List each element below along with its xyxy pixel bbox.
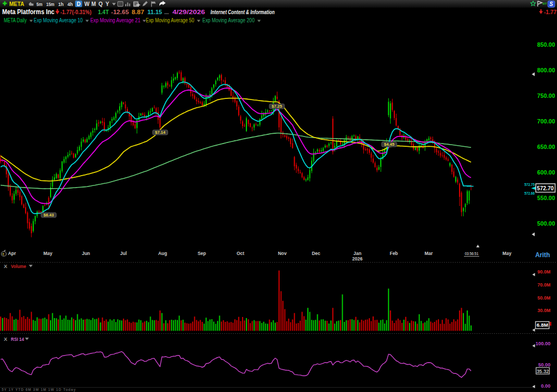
svg-text:May: May bbox=[503, 251, 512, 256]
svg-text:Q: Q bbox=[98, 1, 103, 7]
svg-text:8.87: 8.87 bbox=[132, 9, 145, 15]
svg-text:572.70: 572.70 bbox=[537, 185, 554, 191]
svg-text:70.0M: 70.0M bbox=[537, 282, 550, 288]
svg-text:Dec: Dec bbox=[312, 251, 320, 256]
svg-text:Nov: Nov bbox=[278, 251, 287, 256]
svg-text:Meta Platforms Inc: Meta Platforms Inc bbox=[2, 8, 54, 16]
svg-text:W: W bbox=[84, 1, 90, 7]
svg-text:X: X bbox=[4, 263, 8, 269]
svg-text:RSI 14: RSI 14 bbox=[11, 336, 24, 342]
svg-text:META: META bbox=[9, 1, 24, 7]
svg-text:03:56:51: 03:56:51 bbox=[465, 251, 479, 256]
svg-text:700.00: 700.00 bbox=[537, 119, 555, 125]
svg-text:RT: RT bbox=[543, 2, 547, 5]
svg-text:50.00: 50.00 bbox=[538, 362, 550, 368]
svg-text:1.4T: 1.4T bbox=[98, 9, 109, 15]
svg-text:Exp Moving Average 21: Exp Moving Average 21 bbox=[90, 17, 140, 23]
svg-text:Sep: Sep bbox=[197, 251, 206, 256]
svg-text:$7.14: $7.14 bbox=[155, 130, 166, 135]
svg-text:Jun: Jun bbox=[82, 251, 90, 256]
svg-text:M: M bbox=[91, 1, 96, 7]
svg-text:6.8M: 6.8M bbox=[537, 322, 548, 328]
svg-text:0.00: 0.00 bbox=[541, 383, 550, 389]
svg-text:750.00: 750.00 bbox=[537, 93, 555, 99]
svg-text:4h: 4h bbox=[67, 1, 73, 7]
svg-text:50.0M: 50.0M bbox=[537, 295, 550, 301]
svg-text:30.0M: 30.0M bbox=[537, 308, 550, 313]
svg-text:Exp Moving Average 200: Exp Moving Average 200 bbox=[202, 17, 255, 23]
svg-text:X: X bbox=[4, 336, 8, 342]
svg-text:90.0M: 90.0M bbox=[537, 269, 550, 275]
svg-text:600.00: 600.00 bbox=[537, 170, 555, 176]
svg-text:Volume: Volume bbox=[11, 263, 26, 269]
svg-text:Y: Y bbox=[106, 1, 109, 7]
svg-text:35.32: 35.32 bbox=[536, 369, 549, 374]
svg-text:-12.65: -12.65 bbox=[111, 9, 129, 15]
svg-text:Arith: Arith bbox=[535, 251, 550, 259]
svg-text:Exp Moving Average 50: Exp Moving Average 50 bbox=[146, 17, 194, 23]
svg-text:$7.25: $7.25 bbox=[272, 104, 282, 109]
svg-text:-1.77: -1.77 bbox=[544, 9, 556, 15]
svg-text:-1.77(-0.31%): -1.77(-0.31%) bbox=[60, 9, 91, 15]
svg-text:S: S bbox=[549, 1, 553, 7]
svg-text:1h: 1h bbox=[58, 1, 64, 7]
svg-text:650.00: 650.00 bbox=[537, 144, 555, 150]
svg-text:Aug: Aug bbox=[158, 251, 168, 256]
svg-text:€: € bbox=[2, 252, 4, 256]
svg-text:May: May bbox=[44, 251, 53, 256]
svg-text:100.00: 100.00 bbox=[535, 341, 550, 346]
svg-text:5Y 1Y YTD 6M 3M 1M 1W 1D Today: 5Y 1Y YTD 6M 3M 1M 1W 1D Today bbox=[2, 388, 76, 392]
svg-text:$4.45: $4.45 bbox=[384, 142, 394, 147]
svg-text:15m: 15m bbox=[46, 1, 54, 7]
svg-text:500.00: 500.00 bbox=[537, 221, 555, 227]
svg-text:850.00: 850.00 bbox=[537, 42, 555, 48]
svg-text:Mar: Mar bbox=[424, 251, 433, 256]
svg-text:11.15: 11.15 bbox=[147, 9, 162, 15]
svg-text:Jan: Jan bbox=[354, 251, 362, 256]
svg-text:Apr: Apr bbox=[8, 251, 16, 256]
svg-text:Feb: Feb bbox=[389, 251, 398, 256]
svg-text:Jul: Jul bbox=[120, 251, 127, 256]
svg-text:550.00: 550.00 bbox=[537, 195, 555, 201]
svg-text:572.66: 572.66 bbox=[524, 191, 535, 196]
svg-text:META Daily: META Daily bbox=[4, 17, 27, 23]
svg-text:$6.43: $6.43 bbox=[44, 213, 54, 217]
svg-text:572.75: 572.75 bbox=[524, 182, 535, 187]
svg-text:Exp Moving Average 10: Exp Moving Average 10 bbox=[34, 17, 83, 23]
svg-text:D: D bbox=[77, 1, 81, 7]
svg-text:Internet Content & Information: Internet Content & Information bbox=[211, 9, 275, 15]
svg-text:2026: 2026 bbox=[352, 256, 363, 262]
svg-text:Oct: Oct bbox=[237, 251, 244, 256]
svg-text:4/29/2026: 4/29/2026 bbox=[172, 9, 205, 15]
svg-text:5m: 5m bbox=[36, 1, 42, 7]
svg-text:...: ... bbox=[164, 9, 169, 15]
svg-text:800.00: 800.00 bbox=[537, 67, 555, 73]
